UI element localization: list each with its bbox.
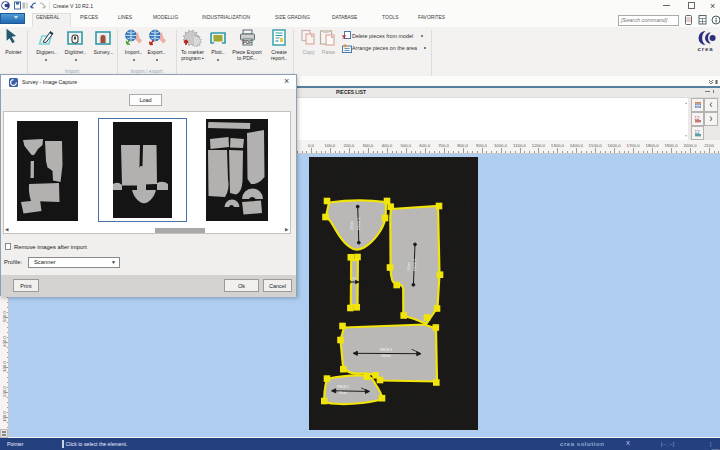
svg-text:PDF: PDF	[243, 40, 252, 45]
svg-text:P3: P3	[353, 277, 357, 281]
svg-text:crea: crea	[698, 46, 714, 52]
svg-text:PIECE 2: PIECE 2	[413, 259, 417, 271]
svg-text:240 mm: 240 mm	[381, 354, 390, 358]
svg-text:PIECE 5: PIECE 5	[337, 385, 349, 389]
svg-text:140 mm: 140 mm	[407, 262, 411, 271]
svg-text:120 mm: 120 mm	[350, 221, 354, 230]
svg-text:PIECE 4: PIECE 4	[380, 348, 392, 352]
svg-text:PIECE 1: PIECE 1	[357, 218, 361, 230]
svg-text:12: 12	[694, 115, 700, 120]
svg-text:90 mm: 90 mm	[339, 391, 347, 395]
svg-text:12: 12	[694, 129, 700, 134]
